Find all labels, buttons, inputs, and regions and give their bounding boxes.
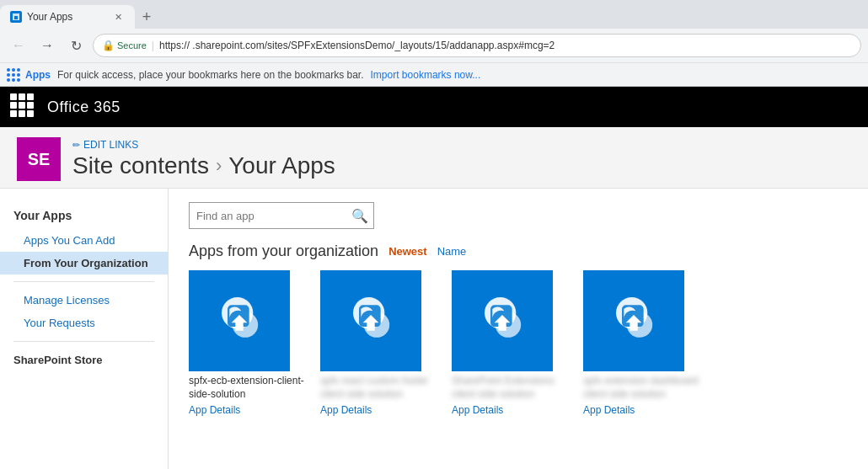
sidebar-item-from-your-organization[interactable]: From Your Organization: [0, 252, 168, 274]
tab-bar: Your Apps ✕ +: [0, 0, 868, 29]
apps-label: Apps: [25, 69, 51, 81]
bookmarks-apps-icon: Apps: [7, 68, 51, 82]
url-text: https:// .sharepoint.com/sites/SPFxExten…: [159, 40, 852, 51]
sidebar-item-label: From Your Organization: [24, 257, 148, 269]
sidebar: Your Apps Apps You Can Add From Your Org…: [0, 189, 169, 469]
edit-links-label: EDIT LINKS: [83, 139, 138, 151]
sidebar-item-apps-you-can-add[interactable]: Apps You Can Add: [0, 229, 168, 252]
sidebar-divider: [13, 281, 154, 282]
app-icon[interactable]: [189, 270, 290, 371]
page-title: Site contents › Your Apps: [72, 152, 335, 179]
address-bar-row: ← → ↻ 🔒 Secure | https:// .sharepoint.co…: [0, 29, 868, 62]
app-name-blurred: spfx react custom footer client side sol…: [320, 375, 438, 401]
page-layout: SE ✏ EDIT LINKS Site contents › Your App…: [0, 127, 868, 469]
breadcrumb-separator: ›: [216, 155, 222, 177]
sidebar-item-your-requests[interactable]: Your Requests: [0, 312, 168, 334]
list-item: SharePoint Extensions client side soluti…: [452, 270, 570, 416]
lock-icon: 🔒: [102, 40, 115, 51]
app-name-blurred: SharePoint Extensions client side soluti…: [452, 375, 570, 401]
url-separator: |: [152, 40, 154, 51]
sidebar-section-manage: Manage Licenses Your Requests: [0, 289, 168, 334]
browser-chrome: Your Apps ✕ + ← → ↻ 🔒 Secure | https:// …: [0, 0, 868, 87]
apps-grid: spfx-ecb-extension-client-side-solution …: [189, 270, 848, 416]
app-details-link[interactable]: App Details: [320, 404, 438, 416]
list-item: spfx react custom footer client side sol…: [320, 270, 438, 416]
app-details-link[interactable]: App Details: [189, 404, 307, 416]
search-bar: 🔍: [189, 202, 374, 229]
breadcrumb-parent[interactable]: Site contents: [72, 152, 209, 179]
app-icon[interactable]: [583, 270, 684, 371]
sidebar-item-manage-licenses[interactable]: Manage Licenses: [0, 289, 168, 312]
sidebar-divider-2: [13, 341, 154, 342]
app-icon[interactable]: [452, 270, 553, 371]
avatar: SE: [17, 137, 61, 181]
sort-name-link[interactable]: Name: [437, 245, 467, 258]
app-details-link[interactable]: App Details: [583, 404, 701, 416]
back-button[interactable]: ←: [7, 34, 30, 57]
new-tab-button[interactable]: +: [135, 5, 158, 29]
sidebar-item-sharepoint-store[interactable]: SharePoint Store: [0, 349, 168, 371]
forward-button[interactable]: →: [35, 34, 59, 57]
section-title: Apps from your organization: [189, 242, 378, 260]
app-name: spfx-ecb-extension-client-side-solution: [189, 375, 307, 401]
waffle-button[interactable]: [10, 93, 37, 120]
app-icon[interactable]: [320, 270, 421, 371]
avatar-initials: SE: [28, 150, 51, 169]
edit-links-button[interactable]: ✏ EDIT LINKS: [72, 139, 335, 151]
page-body: Your Apps Apps You Can Add From Your Org…: [0, 189, 868, 469]
address-box[interactable]: 🔒 Secure | https:// .sharepoint.com/site…: [93, 34, 861, 57]
search-input[interactable]: [190, 210, 346, 222]
list-item: spfx-ecb-extension-client-side-solution …: [189, 270, 307, 416]
sidebar-header-your-apps: Your Apps: [0, 202, 168, 229]
tab-close-button[interactable]: ✕: [111, 10, 125, 24]
section-header: Apps from your organization Newest Name: [189, 242, 848, 260]
breadcrumb-current: Your Apps: [228, 152, 335, 179]
top-banner: SE ✏ EDIT LINKS Site contents › Your App…: [0, 127, 868, 189]
sidebar-item-label: Manage Licenses: [24, 294, 110, 306]
sidebar-section-your-apps: Your Apps Apps You Can Add From Your Org…: [0, 202, 168, 274]
sidebar-item-label: Your Requests: [24, 317, 95, 329]
secure-label: Secure: [117, 40, 147, 51]
sidebar-item-label: SharePoint Store: [13, 354, 102, 366]
main-content: 🔍 Apps from your organization Newest Nam…: [169, 189, 868, 469]
bookmarks-bar: Apps For quick access, place your bookma…: [0, 62, 868, 86]
refresh-button[interactable]: ↻: [64, 34, 88, 57]
tab-title: Your Apps: [27, 11, 106, 23]
active-tab[interactable]: Your Apps ✕: [0, 5, 135, 29]
sidebar-item-label: Apps You Can Add: [24, 234, 115, 247]
pencil-icon: ✏: [72, 140, 80, 151]
o365-title: Office 365: [47, 99, 121, 116]
secure-badge: 🔒 Secure: [102, 40, 147, 51]
search-button[interactable]: 🔍: [346, 202, 373, 229]
apps-grid-icon: [7, 68, 20, 82]
list-item: spfx extension dashboard client side sol…: [583, 270, 701, 416]
o365-header: Office 365: [0, 87, 868, 127]
app-details-link[interactable]: App Details: [452, 404, 570, 416]
import-bookmarks-link[interactable]: Import bookmarks now...: [371, 69, 481, 81]
breadcrumb-area: ✏ EDIT LINKS Site contents › Your Apps: [72, 139, 335, 179]
tab-favicon: [10, 11, 22, 23]
bookmarks-text: For quick access, place your bookmarks h…: [57, 69, 364, 81]
app-name-blurred: spfx extension dashboard client side sol…: [583, 375, 701, 401]
sort-newest-link[interactable]: Newest: [388, 245, 427, 258]
